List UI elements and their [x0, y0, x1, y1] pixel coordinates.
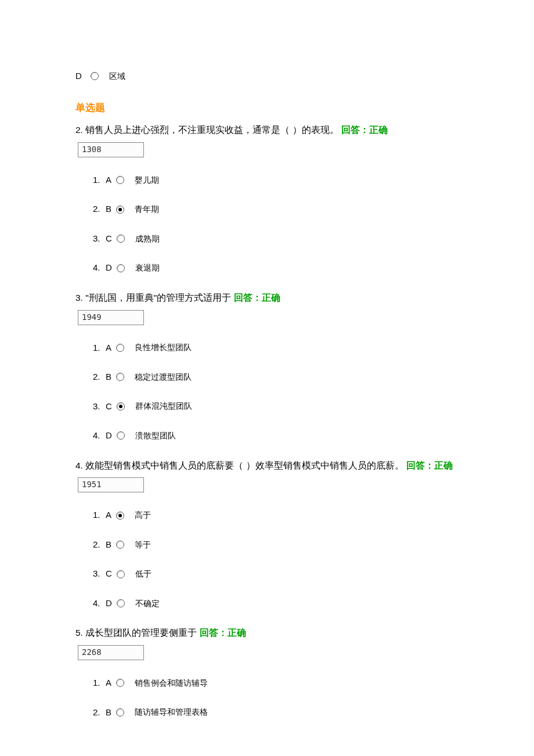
option-number: 2.	[93, 370, 106, 384]
answer-status: 回答：正确	[341, 125, 388, 135]
question-code-input[interactable]: 1308	[78, 142, 144, 157]
section-title: 单选题	[75, 100, 459, 116]
option-letter: B	[106, 538, 111, 552]
option-letter: D	[106, 261, 112, 275]
option-text: 婴儿期	[135, 174, 159, 186]
option-number: 3.	[93, 567, 106, 581]
radio-icon[interactable]	[116, 541, 124, 549]
radio-icon[interactable]	[117, 599, 125, 607]
option-text: 良性增长型团队	[135, 341, 192, 354]
radio-icon[interactable]	[117, 570, 125, 578]
question-stem: 4. 效能型销售模式中销售人员的底薪要（ ）效率型销售模式中销售人员的底薪。 回…	[75, 459, 459, 473]
options-list: 1.A婴儿期2.B青年期3.C成熟期4.D衰退期	[93, 174, 459, 275]
answer-status: 回答：正确	[234, 293, 280, 303]
options-list: 1.A销售例会和随访辅导2.B随访辅导和管理表格	[93, 676, 459, 719]
option-letter: C	[106, 400, 112, 413]
option-row: 1.A销售例会和随访辅导	[93, 676, 459, 690]
option-letter: A	[106, 509, 111, 522]
option-number: 3.	[93, 232, 106, 246]
option-number: 1.	[93, 509, 106, 522]
answer-status: 回答：正确	[200, 628, 246, 638]
option-text: 低于	[135, 568, 151, 580]
option-text: 成熟期	[135, 233, 160, 245]
radio-icon[interactable]	[116, 708, 124, 717]
option-row: 4.D不确定	[93, 597, 459, 610]
option-text: 青年期	[135, 203, 159, 215]
option-row: 3.C成熟期	[93, 232, 459, 246]
radio-icon[interactable]	[116, 512, 124, 520]
option-text: 稳定过渡型团队	[135, 371, 192, 383]
option-text: 销售例会和随访辅导	[135, 677, 208, 689]
question-stem: 3. "刑乱国，用重典"的管理方式适用于 回答：正确	[75, 291, 459, 305]
option-number: 2.	[93, 203, 106, 216]
option-row: 1.A高于	[93, 509, 459, 522]
question-text: 成长型团队的管理要侧重于	[85, 628, 199, 638]
option-text: 高于	[135, 509, 151, 521]
option-row: 4.D衰退期	[93, 261, 459, 275]
option-number: 4.	[93, 429, 106, 442]
options-list: 1.A良性增长型团队2.B稳定过渡型团队3.C群体混沌型团队4.D溃散型团队	[93, 341, 459, 442]
option-row: 4.D溃散型团队	[93, 429, 459, 442]
question-code-input[interactable]: 2268	[78, 645, 144, 660]
orphan-option-d: D 区域	[75, 70, 459, 83]
option-number: 3.	[93, 400, 106, 413]
option-row: 3.C群体混沌型团队	[93, 400, 459, 413]
option-letter: A	[106, 341, 111, 355]
question-code-input[interactable]: 1949	[78, 310, 144, 325]
option-letter: A	[106, 676, 111, 690]
radio-icon[interactable]	[117, 402, 125, 411]
question-number: 2.	[75, 125, 85, 135]
option-row: 1.A婴儿期	[93, 174, 459, 187]
option-text: 等于	[135, 539, 151, 551]
question-code-input[interactable]: 1951	[78, 477, 144, 492]
question-number: 5.	[75, 628, 85, 638]
radio-icon[interactable]	[117, 264, 125, 272]
radio-icon[interactable]	[116, 176, 124, 184]
option-letter: D	[106, 429, 112, 442]
questions-container: 2. 销售人员上进心强烈，不注重现实收益，通常是（ ）的表现。 回答：正确130…	[75, 123, 459, 719]
options-list: 1.A高于2.B等于3.C低于4.D不确定	[93, 509, 459, 610]
option-number: 1.	[93, 676, 106, 690]
radio-icon[interactable]	[91, 72, 99, 80]
option-letter: B	[106, 706, 111, 719]
option-row: 2.B等于	[93, 538, 459, 552]
option-letter: C	[106, 567, 112, 581]
option-text: 衰退期	[135, 262, 160, 274]
option-text: 不确定	[135, 597, 160, 610]
option-number: 1.	[93, 174, 106, 187]
question-stem: 5. 成长型团队的管理要侧重于 回答：正确	[75, 626, 459, 640]
option-text: 随访辅导和管理表格	[135, 706, 208, 718]
option-letter: A	[106, 174, 111, 187]
radio-icon[interactable]	[116, 373, 124, 381]
radio-icon[interactable]	[116, 206, 124, 214]
option-number: 1.	[93, 341, 106, 355]
option-letter: B	[106, 203, 111, 216]
option-row: 2.B青年期	[93, 203, 459, 216]
option-letter: B	[106, 370, 111, 384]
option-row: 3.C低于	[93, 567, 459, 581]
radio-icon[interactable]	[117, 235, 125, 243]
option-number: 4.	[93, 597, 106, 610]
option-row: 2.B随访辅导和管理表格	[93, 706, 459, 719]
question-number: 3.	[75, 293, 85, 303]
answer-status: 回答：正确	[406, 460, 453, 470]
question-text: "刑乱国，用重典"的管理方式适用于	[85, 293, 233, 303]
option-number: 4.	[93, 261, 106, 275]
option-number: 2.	[93, 538, 106, 552]
question-text: 效能型销售模式中销售人员的底薪要（ ）效率型销售模式中销售人员的底薪。	[85, 460, 406, 470]
page: D 区域 单选题 2. 销售人员上进心强烈，不注重现实收益，通常是（ ）的表现。…	[0, 0, 534, 719]
option-letter: C	[106, 232, 112, 246]
option-text: 溃散型团队	[135, 430, 176, 442]
question-text: 销售人员上进心强烈，不注重现实收益，通常是（ ）的表现。	[85, 125, 341, 135]
question-number: 4.	[75, 460, 85, 470]
option-letter: D	[106, 597, 112, 610]
radio-icon[interactable]	[116, 344, 124, 352]
radio-icon[interactable]	[116, 679, 124, 687]
option-number: 2.	[93, 706, 106, 719]
radio-icon[interactable]	[117, 431, 125, 440]
option-text: 群体混沌型团队	[135, 400, 192, 412]
option-text: 区域	[109, 70, 125, 82]
option-row: 1.A良性增长型团队	[93, 341, 459, 355]
option-row: 2.B稳定过渡型团队	[93, 370, 459, 384]
option-letter: D	[75, 70, 88, 83]
